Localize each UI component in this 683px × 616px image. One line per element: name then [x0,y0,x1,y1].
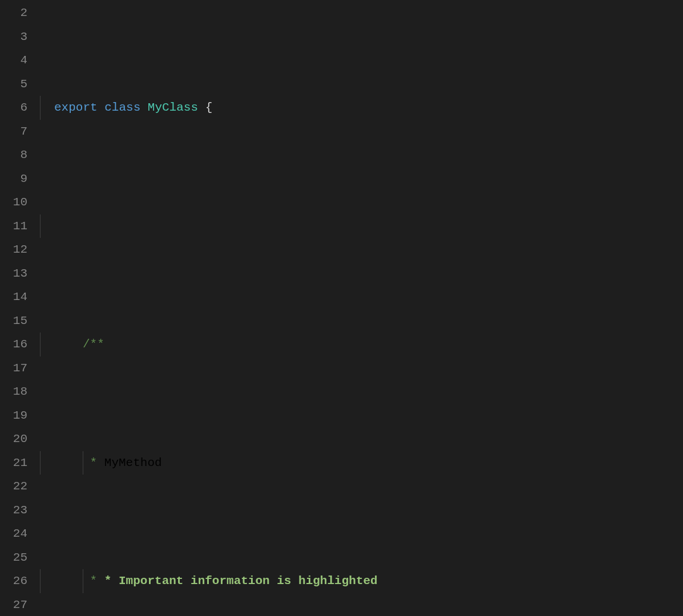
line-number: 6 [0,96,27,120]
line-number: 17 [0,356,27,380]
line-number: 20 [0,427,27,451]
token-comment-highlight: * Important information is highlighted [104,574,378,587]
code-line[interactable]: /** [40,333,683,356]
line-number: 21 [0,451,27,475]
line-number: 12 [0,238,27,262]
line-number: 15 [0,309,27,333]
token-doc-star: * [83,456,104,469]
line-number: 11 [0,214,27,238]
line-number: 18 [0,380,27,404]
token-doc-text: MyMethod [104,456,162,469]
code-line[interactable]: * MyMethod [40,451,683,475]
token-classname: MyClass [148,101,198,114]
line-number: 9 [0,167,27,191]
line-number: 14 [0,285,27,309]
line-number: 10 [0,191,27,214]
line-number: 8 [0,143,27,167]
code-line[interactable]: export class MyClass { [40,96,683,120]
line-number: 23 [0,499,27,522]
token-keyword: export [54,101,98,114]
line-number: 2 [0,1,27,25]
line-number: 22 [0,475,27,499]
line-number: 13 [0,262,27,286]
line-number: 26 [0,569,27,593]
line-number: 3 [0,25,27,49]
line-number: 24 [0,522,27,546]
line-number: 4 [0,48,27,72]
code-editor[interactable]: 2 3 4 5 6 7 8 9 10 11 12 13 14 15 16 17 … [0,0,683,616]
token-doc-star: * [83,574,104,587]
token-keyword: class [98,101,148,114]
code-line[interactable] [40,214,683,238]
token-doc-open: /** [83,338,104,351]
line-number-gutter: 2 3 4 5 6 7 8 9 10 11 12 13 14 15 16 17 … [0,0,40,616]
line-number: 16 [0,333,27,356]
token-brace: { [198,101,212,114]
line-number: 7 [0,120,27,144]
code-area[interactable]: export class MyClass { /** * MyMethod * … [40,0,683,616]
line-number: 5 [0,72,27,96]
line-number: 25 [0,546,27,570]
code-line[interactable]: * * Important information is highlighted [40,569,683,593]
line-number: 19 [0,404,27,428]
line-number: 27 [0,593,27,617]
